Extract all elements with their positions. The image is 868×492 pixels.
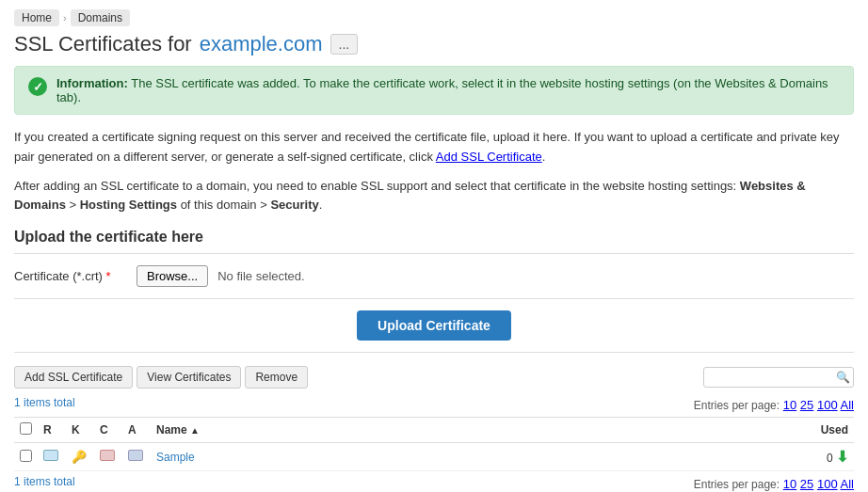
remove-button[interactable]: Remove: [245, 366, 308, 389]
toolbar-buttons: Add SSL Certificate View Certificates Re…: [14, 366, 308, 389]
certificate-label: Certificate (*.crt) *: [14, 269, 127, 283]
col-header-c: C: [94, 418, 122, 443]
c-icon: [100, 450, 115, 461]
col-header-r: R: [38, 418, 66, 443]
entries-10-top[interactable]: 10: [783, 398, 796, 412]
entries-label-bottom: Entries per page:: [694, 478, 780, 491]
browse-button[interactable]: Browse...: [137, 265, 208, 287]
select-all-checkbox[interactable]: [20, 422, 32, 435]
breadcrumb-sep: ›: [63, 12, 67, 24]
entries-all-bottom[interactable]: All: [841, 477, 854, 491]
table-row: 🔑 Sample 0 ⬇: [14, 443, 854, 471]
items-info-bottom: 1 items total Entries per page: 10 25 10…: [14, 475, 854, 492]
divider-2: [14, 298, 854, 299]
entries-per-page-top: Entries per page: 10 25 100 All: [694, 398, 854, 412]
row-a-icon-cell: [122, 443, 151, 471]
page-title-container: SSL Certificates for example.com ...: [14, 32, 854, 56]
r-icon: [43, 450, 58, 461]
items-total-bottom: 1 items total: [14, 475, 75, 488]
info-box: ✓ Information: The SSL certificate was a…: [14, 66, 854, 115]
toolbar: Add SSL Certificate View Certificates Re…: [14, 366, 854, 389]
k-icon: 🔑: [72, 450, 87, 464]
add-ssl-certificate-button[interactable]: Add SSL Certificate: [14, 366, 133, 389]
col-header-k: K: [66, 418, 94, 443]
description-2: After adding an SSL certificate to a dom…: [14, 177, 854, 216]
row-name-cell: Sample: [151, 443, 797, 471]
description-1: If you created a certificate signing req…: [14, 128, 854, 167]
desc1-part1: If you created a certificate signing req…: [14, 130, 840, 164]
items-total-top: 1 items total: [14, 396, 75, 409]
desc2-part2: >: [66, 198, 80, 212]
entries-25-bottom[interactable]: 25: [800, 477, 813, 491]
entries-label-top: Entries per page:: [694, 399, 780, 412]
desc2-bold3: Security: [270, 198, 318, 212]
desc1-part2: .: [542, 150, 546, 164]
entries-100-top[interactable]: 100: [817, 398, 838, 412]
entries-25-top[interactable]: 25: [800, 398, 813, 412]
row-checkbox-cell: [14, 443, 38, 471]
search-icon: 🔍: [836, 371, 850, 384]
domain-name: example.com: [200, 32, 323, 56]
divider-1: [14, 253, 854, 254]
add-ssl-link[interactable]: Add SSL Certificate: [436, 150, 542, 164]
certificate-form-row: Certificate (*.crt) * Browse... No file …: [14, 265, 854, 287]
certificates-table: R K C A Name ▲ Used 🔑: [14, 417, 854, 471]
info-message: Information: The SSL certificate was add…: [56, 76, 840, 104]
sort-icon: ▲: [190, 425, 200, 436]
upload-certificate-button[interactable]: Upload Certificate: [357, 310, 511, 341]
desc2-part4: .: [319, 198, 323, 212]
certificate-name-link[interactable]: Sample: [156, 451, 195, 464]
row-c-icon-cell: [94, 443, 122, 471]
info-icon: ✓: [28, 77, 47, 96]
row-used-cell: 0 ⬇: [797, 443, 854, 471]
download-icon[interactable]: ⬇: [836, 449, 848, 465]
entries-100-bottom[interactable]: 100: [817, 477, 838, 491]
desc2-part3: of this domain >: [177, 198, 270, 212]
upload-row: Upload Certificate: [14, 310, 854, 353]
search-input[interactable]: [710, 371, 832, 384]
required-marker: *: [106, 269, 111, 283]
view-certificates-button[interactable]: View Certificates: [137, 366, 241, 389]
page-title-prefix: SSL Certificates for: [14, 32, 192, 56]
breadcrumb-domains[interactable]: Domains: [71, 9, 130, 26]
items-info-top: 1 items total Entries per page: 10 25 10…: [14, 396, 854, 413]
entries-per-page-bottom: Entries per page: 10 25 100 All: [694, 477, 854, 491]
desc2-bold2: Hosting Settings: [80, 198, 177, 212]
col-header-a: A: [122, 418, 151, 443]
row-k-icon-cell: 🔑: [66, 443, 94, 471]
desc2-part1: After adding an SSL certificate to a dom…: [14, 179, 740, 193]
a-icon: [128, 450, 143, 461]
col-header-checkbox: [14, 418, 38, 443]
file-status: No file selected.: [217, 269, 305, 283]
more-options-button[interactable]: ...: [330, 34, 359, 55]
breadcrumb: Home › Domains: [14, 9, 854, 26]
col-header-name[interactable]: Name ▲: [151, 418, 797, 443]
entries-all-top[interactable]: All: [841, 398, 854, 412]
search-box[interactable]: 🔍: [703, 367, 854, 388]
upload-section-title: Upload the certificate here: [14, 229, 854, 246]
table-header-row: R K C A Name ▲ Used: [14, 418, 854, 443]
row-r-icon-cell: [38, 443, 66, 471]
info-text: The SSL certificate was added. To make t…: [56, 76, 828, 104]
col-header-used: Used: [797, 418, 854, 443]
row-used-value: 0: [827, 452, 833, 465]
row-checkbox[interactable]: [20, 450, 32, 462]
breadcrumb-home[interactable]: Home: [14, 9, 59, 26]
entries-10-bottom[interactable]: 10: [783, 477, 796, 491]
info-label: Information:: [56, 76, 128, 90]
